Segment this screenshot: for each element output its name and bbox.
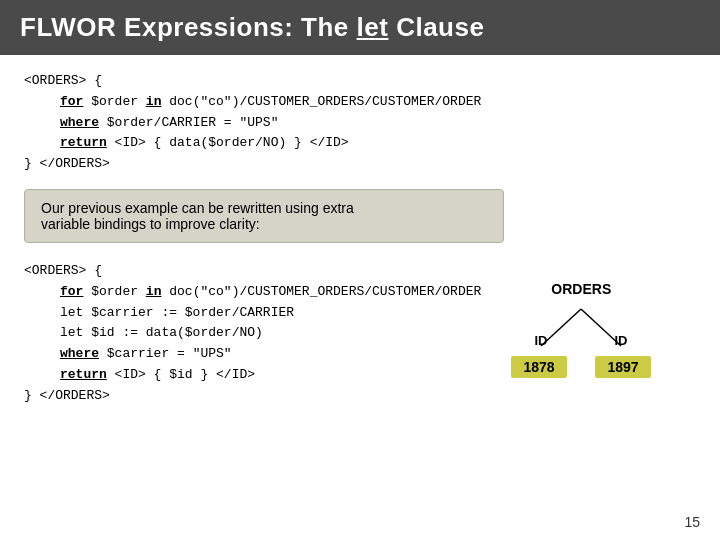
svg-text:ID: ID: [615, 333, 628, 348]
page-number: 15: [684, 514, 700, 530]
tree-diagram: ORDERS ID 1878 ID 1897: [501, 281, 661, 421]
code-line-3: where $order/CARRIER = "UPS": [60, 113, 696, 134]
info-box: Our previous example can be rewritten us…: [24, 189, 504, 243]
tree-svg: ID 1878 ID 1897: [501, 301, 661, 401]
svg-text:1897: 1897: [608, 359, 639, 375]
s-code-line-3: let $carrier := $order/CARRIER: [60, 303, 481, 324]
second-code-block: <ORDERS> { for $order in doc("co")/CUSTO…: [24, 261, 481, 407]
svg-text:ID: ID: [535, 333, 548, 348]
code-line-5: } </ORDERS>: [24, 154, 696, 175]
slide-header: FLWOR Expressions: The let Clause: [0, 0, 720, 55]
first-code-block: <ORDERS> { for $order in doc("co")/CUSTO…: [24, 71, 696, 175]
diagram-area: <ORDERS> { for $order in doc("co")/CUSTO…: [24, 261, 696, 421]
s-code-line-2: for $order in doc("co")/CUSTOMER_ORDERS/…: [60, 282, 481, 303]
code-line-4: return <ID> { data($order/NO) } </ID>: [60, 133, 696, 154]
slide-title: FLWOR Expressions: The let Clause: [20, 12, 484, 43]
s-code-line-1: <ORDERS> {: [24, 261, 481, 282]
slide-content: <ORDERS> { for $order in doc("co")/CUSTO…: [0, 55, 720, 437]
code-line-2: for $order in doc("co")/CUSTOMER_ORDERS/…: [60, 92, 696, 113]
s-code-line-4: let $id := data($order/NO): [60, 323, 481, 344]
s-code-line-7: } </ORDERS>: [24, 386, 481, 407]
s-code-line-6: return <ID> { $id } </ID>: [60, 365, 481, 386]
s-code-line-5: where $carrier = "UPS": [60, 344, 481, 365]
code-line-1: <ORDERS> {: [24, 71, 696, 92]
svg-text:1878: 1878: [524, 359, 555, 375]
tree-root-label: ORDERS: [501, 281, 661, 297]
